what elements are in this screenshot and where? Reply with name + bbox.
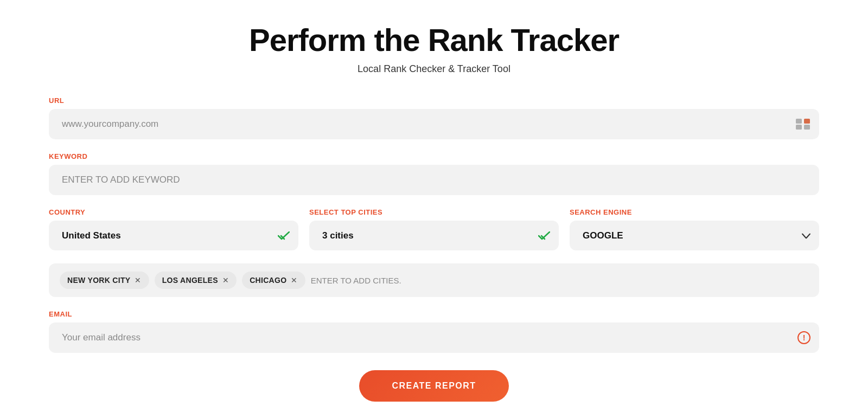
city-tag-chicago: CHICAGO ✕ xyxy=(242,272,305,289)
create-report-button[interactable]: CREATE REPORT xyxy=(359,370,508,402)
country-label: COUNTRY xyxy=(49,208,298,216)
keyword-label: KEYWORD xyxy=(49,152,819,160)
url-icon xyxy=(795,118,810,130)
top-cities-label: SELECT TOP CITIES xyxy=(309,208,559,216)
keyword-input[interactable] xyxy=(49,165,819,195)
country-select-wrapper: United States xyxy=(49,221,298,250)
page-subtitle: Local Rank Checker & Tracker Tool xyxy=(49,63,819,75)
city-tag-label: LOS ANGELES xyxy=(162,276,218,285)
search-engine-field-group: SEARCH ENGINE GOOGLE BING YAHOO xyxy=(570,208,819,250)
country-field-group: COUNTRY United States xyxy=(49,208,298,250)
submit-row: CREATE REPORT xyxy=(49,370,819,402)
cities-add-placeholder: ENTER TO ADD CITIES. xyxy=(311,276,401,285)
top-cities-select[interactable]: 3 cities xyxy=(309,221,559,250)
city-tag-remove-los-angeles[interactable]: ✕ xyxy=(222,276,229,284)
url-input-wrapper xyxy=(49,109,819,139)
email-field-group: EMAIL ! xyxy=(49,310,819,353)
cities-tags-container[interactable]: NEW YORK CITY ✕ LOS ANGELES ✕ CHICAGO ✕ … xyxy=(49,263,819,297)
email-info-icon: ! xyxy=(797,331,810,344)
url-label: URL xyxy=(49,96,819,105)
email-input[interactable] xyxy=(49,322,819,353)
search-engine-label: SEARCH ENGINE xyxy=(570,208,819,216)
city-tag-remove-new-york[interactable]: ✕ xyxy=(135,276,141,284)
keyword-input-wrapper xyxy=(49,165,819,195)
city-tag-label: CHICAGO xyxy=(250,276,286,285)
url-field-group: URL xyxy=(49,96,819,139)
city-tag-new-york: NEW YORK CITY ✕ xyxy=(60,272,149,289)
city-tag-los-angeles: LOS ANGELES ✕ xyxy=(155,272,237,289)
city-tag-remove-chicago[interactable]: ✕ xyxy=(291,276,297,284)
email-input-wrapper: ! xyxy=(49,322,819,353)
svg-rect-1 xyxy=(804,119,810,124)
search-engine-select-wrapper: GOOGLE BING YAHOO xyxy=(570,221,819,250)
search-engine-select[interactable]: GOOGLE BING YAHOO xyxy=(570,221,819,250)
keyword-field-group: KEYWORD xyxy=(49,152,819,195)
svg-rect-0 xyxy=(796,119,802,124)
svg-rect-3 xyxy=(804,125,810,130)
url-input[interactable] xyxy=(49,109,819,139)
svg-rect-2 xyxy=(796,125,802,130)
city-tag-label: NEW YORK CITY xyxy=(67,276,130,285)
main-form: URL KEYWORD xyxy=(49,96,819,402)
select-row: COUNTRY United States SELECT TOP CITIES xyxy=(49,208,819,250)
email-label: EMAIL xyxy=(49,310,819,318)
top-cities-select-wrapper: 3 cities xyxy=(309,221,559,250)
page-title: Perform the Rank Tracker xyxy=(49,22,819,58)
page-header: Perform the Rank Tracker Local Rank Chec… xyxy=(49,22,819,75)
top-cities-field-group: SELECT TOP CITIES 3 cities xyxy=(309,208,559,250)
country-select[interactable]: United States xyxy=(49,221,298,250)
